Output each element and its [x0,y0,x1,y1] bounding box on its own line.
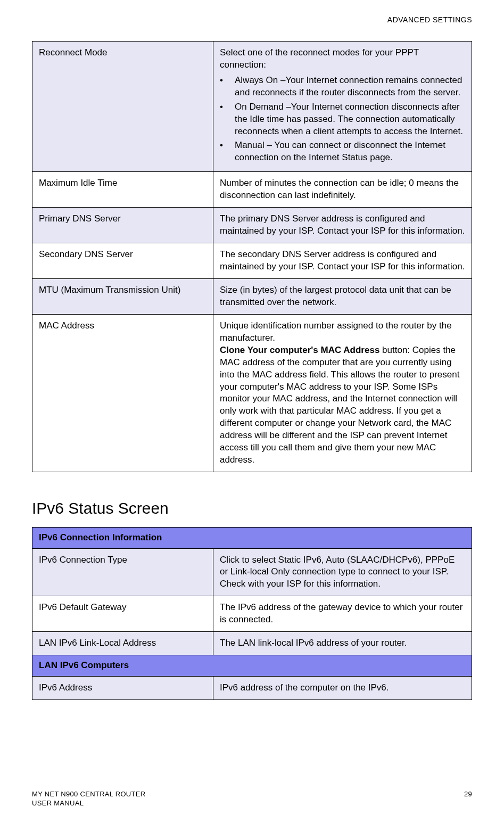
bullet-text: Always On –Your Internet connection rema… [235,75,465,99]
desc-p2: Clone Your computer's MAC Address button… [220,344,465,466]
page-header-section: ADVANCED SETTINGS [32,15,472,25]
settings-table-1: Reconnect Mode Select one of the reconne… [32,41,472,472]
table-row: LAN IPv6 Link-Local Address The LAN link… [32,632,472,655]
row-label: LAN IPv6 Link-Local Address [32,632,213,655]
bullet-text: On Demand –Your Internet connection disc… [235,101,465,138]
footer-left: MY NET N900 CENTRAL ROUTER USER MANUAL [32,789,145,808]
desc-after-bold: button: Copies the MAC address of the co… [220,345,459,465]
row-description: Number of minutes the connection can be … [213,172,472,208]
row-description: The primary DNS Server address is config… [213,208,472,243]
row-description: Select one of the reconnect modes for yo… [213,41,472,171]
row-label: IPv6 Connection Type [32,548,213,596]
ipv6-table: IPv6 Connection Information IPv6 Connect… [32,527,472,700]
row-label: Primary DNS Server [32,208,213,243]
list-item: •Manual – You can connect or disconnect … [220,139,465,164]
footer-line1: MY NET N900 CENTRAL ROUTER [32,789,145,799]
row-description: The secondary DNS Server address is conf… [213,243,472,279]
bullet-text: Manual – You can connect or disconnect t… [235,139,465,164]
row-description: The IPv6 address of the gateway device t… [213,596,472,632]
row-label: Reconnect Mode [32,41,213,171]
page-number: 29 [464,789,472,808]
table-row: Maximum Idle Time Number of minutes the … [32,172,472,208]
section-header-row: IPv6 Connection Information [32,527,472,548]
row-label: MAC Address [32,314,213,472]
table-row: IPv6 Address IPv6 address of the compute… [32,677,472,700]
row-label: IPv6 Address [32,677,213,700]
bullet-list: •Always On –Your Internet connection rem… [220,75,465,164]
section-header: IPv6 Connection Information [32,527,472,548]
list-item: •On Demand –Your Internet connection dis… [220,101,465,138]
row-label: Secondary DNS Server [32,243,213,279]
row-description: Size (in bytes) of the largest protocol … [213,278,472,314]
row-description: IPv6 address of the computer on the IPv6… [213,677,472,700]
ipv6-heading: IPv6 Status Screen [32,498,472,520]
row-description: Unique identification number assigned to… [213,314,472,472]
table-row: Reconnect Mode Select one of the reconne… [32,41,472,171]
table-row: MAC Address Unique identification number… [32,314,472,472]
bold-text: Clone Your computer's MAC Address [220,345,379,355]
footer-line2: USER MANUAL [32,799,145,808]
row-label: IPv6 Default Gateway [32,596,213,632]
table-row: IPv6 Connection Type Click to select Sta… [32,548,472,596]
row-label: Maximum Idle Time [32,172,213,208]
desc-intro: Select one of the reconnect modes for yo… [220,47,465,71]
table-row: IPv6 Default Gateway The IPv6 address of… [32,596,472,632]
table-row: Primary DNS Server The primary DNS Serve… [32,208,472,243]
table-row: MTU (Maximum Transmission Unit) Size (in… [32,278,472,314]
list-item: •Always On –Your Internet connection rem… [220,75,465,99]
page-footer: MY NET N900 CENTRAL ROUTER USER MANUAL 2… [32,789,472,808]
section-header-row: LAN IPv6 Computers [32,655,472,677]
row-description: The LAN link-local IPv6 address of your … [213,632,472,655]
section-header: LAN IPv6 Computers [32,655,472,677]
table-row: Secondary DNS Server The secondary DNS S… [32,243,472,279]
row-description: Click to select Static IPv6, Auto (SLAAC… [213,548,472,596]
row-label: MTU (Maximum Transmission Unit) [32,278,213,314]
desc-p1: Unique identification number assigned to… [220,320,465,344]
